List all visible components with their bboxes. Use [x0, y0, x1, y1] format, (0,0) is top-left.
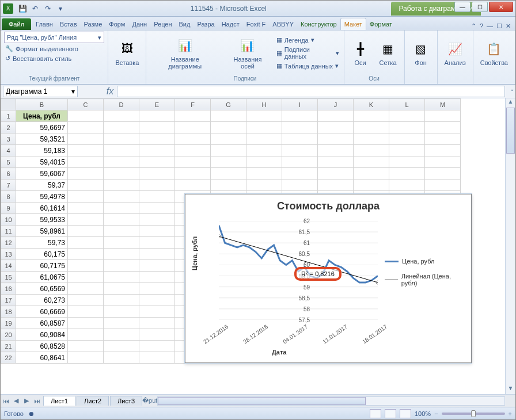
zoom-level[interactable]: 100% [415, 410, 431, 417]
cell[interactable] [68, 156, 104, 168]
save-button[interactable]: 💾 [17, 3, 28, 14]
cell[interactable] [139, 329, 175, 341]
formula-bar-expand-button[interactable]: ⌄ [510, 86, 514, 92]
tab-pagelayout[interactable]: Разме [81, 18, 106, 30]
cell[interactable] [139, 122, 175, 133]
cell[interactable] [139, 249, 175, 260]
cell[interactable] [318, 180, 354, 191]
cell[interactable] [68, 133, 104, 145]
cell[interactable] [318, 145, 354, 156]
tab-chart-format[interactable]: Формат [366, 18, 396, 30]
tab-foxit[interactable]: Foxit F [243, 18, 270, 30]
data-table-button[interactable]: ▦Таблица данных ▾ [275, 62, 340, 70]
cell[interactable] [354, 133, 389, 145]
cell[interactable] [68, 122, 104, 133]
column-header[interactable]: J [318, 99, 354, 110]
column-header[interactable]: G [211, 99, 246, 110]
scroll-down-button[interactable]: ▼ [506, 385, 515, 394]
view-normal-button[interactable] [370, 409, 381, 418]
cell[interactable] [211, 168, 246, 180]
cell[interactable] [425, 180, 461, 191]
cell[interactable] [282, 133, 318, 145]
cell[interactable]: 59,4015 [16, 156, 68, 168]
cell[interactable] [68, 214, 104, 226]
cell[interactable] [246, 122, 282, 133]
cell[interactable] [282, 168, 318, 180]
doc-restore-button[interactable]: ☐ [496, 22, 502, 30]
file-tab[interactable]: Файл [2, 18, 31, 30]
cell[interactable] [68, 249, 104, 260]
cell[interactable] [139, 191, 175, 203]
cell[interactable] [104, 110, 139, 122]
gridlines-button[interactable]: ▦Сетка [375, 39, 401, 67]
row-header[interactable]: 7 [1, 180, 16, 191]
cell[interactable] [246, 156, 282, 168]
cell[interactable] [68, 295, 104, 306]
chart-element-selector[interactable]: Ряд "Цена, рубл" Линия▾ [4, 32, 104, 43]
cell[interactable] [354, 156, 389, 168]
close-button[interactable]: ✕ [489, 2, 513, 12]
cell[interactable] [68, 203, 104, 214]
cell[interactable] [175, 133, 211, 145]
row-header[interactable]: 14 [1, 260, 16, 272]
data-labels-button[interactable]: ▦Подписи данных ▾ [275, 45, 340, 60]
column-header[interactable]: L [389, 99, 425, 110]
chart-title-text[interactable]: Стоимость доллара [185, 194, 471, 216]
redo-button[interactable]: ↷ [42, 3, 54, 14]
axes-button[interactable]: ╋Оси [348, 39, 373, 67]
cell[interactable] [139, 306, 175, 318]
scroll-thumb[interactable] [158, 397, 366, 405]
cell[interactable] [246, 133, 282, 145]
row-header[interactable]: 10 [1, 214, 16, 226]
fx-button[interactable]: fx [103, 86, 117, 97]
properties-button[interactable]: 📋Свойства [477, 39, 511, 67]
row-header[interactable]: 2 [1, 122, 16, 133]
analysis-button[interactable]: 📈Анализ [441, 39, 469, 67]
name-box[interactable]: Диаграмма 1▾ [3, 86, 78, 97]
cell[interactable] [211, 122, 246, 133]
column-header[interactable]: K [354, 99, 389, 110]
y-axis-label[interactable]: Цена, рубл [191, 236, 198, 270]
cell[interactable] [104, 352, 139, 364]
cell[interactable] [139, 283, 175, 295]
cell[interactable] [318, 156, 354, 168]
cell[interactable] [68, 145, 104, 156]
cell[interactable] [354, 110, 389, 122]
cell[interactable] [139, 237, 175, 249]
tab-addins[interactable]: Надст [218, 18, 243, 30]
column-header[interactable]: E [139, 99, 175, 110]
cell[interactable] [389, 156, 425, 168]
cell[interactable] [246, 180, 282, 191]
cell[interactable] [425, 168, 461, 180]
cell[interactable] [104, 318, 139, 329]
cell[interactable] [175, 110, 211, 122]
chart-legend[interactable]: Цена, рубл Линейная (Цена, рубл) [385, 258, 465, 295]
cell[interactable] [389, 145, 425, 156]
cell[interactable] [211, 110, 246, 122]
cell[interactable] [104, 168, 139, 180]
sheet-tab[interactable]: Лист2 [77, 396, 109, 406]
cell[interactable] [139, 133, 175, 145]
cell[interactable] [68, 272, 104, 283]
doc-min-button[interactable]: — [487, 22, 493, 30]
cell[interactable] [104, 226, 139, 237]
row-header[interactable]: 12 [1, 237, 16, 249]
tab-view[interactable]: Вид [176, 18, 194, 30]
tab-chart-design[interactable]: Конструктор [297, 18, 340, 30]
cell[interactable] [104, 249, 139, 260]
cell[interactable] [104, 145, 139, 156]
view-pagelayout-button[interactable] [385, 409, 396, 418]
cell[interactable] [175, 180, 211, 191]
scroll-up-button[interactable]: ▲ [506, 98, 515, 108]
cell[interactable]: 59,8961 [16, 226, 68, 237]
cell[interactable] [139, 156, 175, 168]
cell[interactable]: 59,3521 [16, 133, 68, 145]
cell[interactable] [68, 180, 104, 191]
cell[interactable] [139, 110, 175, 122]
cell[interactable] [104, 237, 139, 249]
cell[interactable]: 60,9084 [16, 329, 68, 341]
tab-chart-layout[interactable]: Макет [340, 18, 366, 30]
zoom-in-button[interactable]: + [509, 410, 512, 417]
row-header[interactable]: 1 [1, 110, 16, 122]
cell[interactable] [104, 203, 139, 214]
